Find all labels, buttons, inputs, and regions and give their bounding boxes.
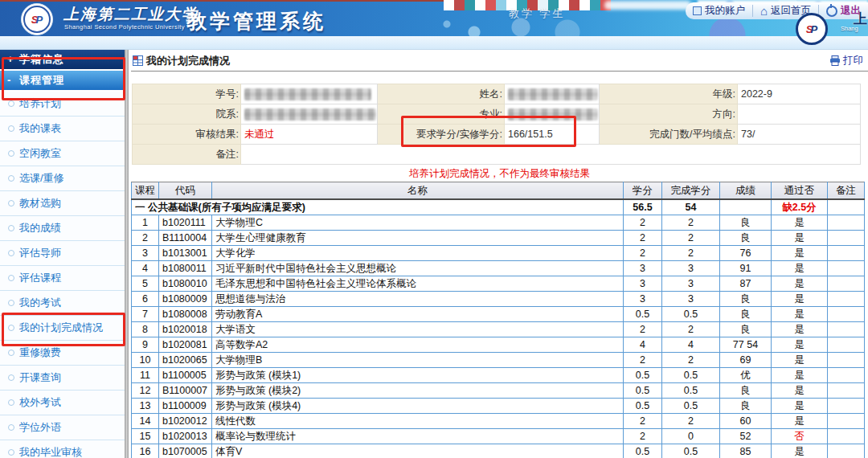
course-code: b1013001 [159, 246, 212, 261]
role-switcher[interactable]: 教学 学生 [509, 6, 566, 21]
course-no: 11 [132, 368, 159, 383]
course-table-header-row: 课程代码名称学分完成学分成绩通过否备注 [132, 182, 865, 200]
course-row: 9b1020081高等数学A24477 54是 [132, 337, 865, 353]
course-pass: 是 [772, 261, 828, 276]
info-label: 专业: [378, 104, 505, 125]
course-done: 3 [662, 276, 720, 292]
university-name-en: Shanghai Second Polytechnic University [64, 23, 185, 31]
course-credit: 2 [624, 353, 662, 368]
group-cell: 54 [662, 199, 720, 215]
course-code: b1020018 [159, 322, 212, 337]
account-icon [693, 6, 702, 15]
redacted-value [508, 108, 598, 121]
course-row: 5b1080010毛泽东思想和中国特色社会主义理论体系概论3387是 [132, 276, 865, 292]
course-header-cell: 成绩 [720, 182, 772, 200]
sidebar-group-course-mgmt[interactable]: - 课程管理 [0, 71, 125, 90]
mosaic-square [454, 0, 465, 10]
page-title-icon [133, 55, 143, 66]
course-name: 形势与政策 (模块1) [212, 368, 624, 383]
sidebar-item[interactable]: 我的成绩 [0, 216, 125, 241]
course-done: 0 [662, 429, 720, 444]
print-button[interactable]: 打印 [829, 54, 863, 67]
course-done: 2 [662, 322, 720, 337]
page: SP 上海第二工业大学 Shanghai Second Polytechnic … [0, 0, 868, 458]
course-code: B1100007 [159, 383, 212, 399]
sidebar-item[interactable]: 我的毕业审核 [0, 440, 125, 458]
course-code: b1020012 [159, 414, 212, 429]
course-credit: 0.5 [624, 399, 662, 414]
course-note [828, 261, 865, 276]
sidebar-item[interactable]: 评估导师 [0, 241, 125, 266]
bullet-icon [8, 225, 14, 231]
course-pass: 是 [772, 399, 828, 414]
info-value: 未通过 [241, 125, 378, 145]
course-credit: 2 [624, 322, 662, 337]
top-nav: 我的账户 ⌂ 返回首页 退出 [686, 2, 868, 19]
sidebar-group-label: 课程管理 [19, 74, 64, 86]
sidebar-item[interactable]: 评估课程 [0, 266, 125, 291]
course-pass: 是 [772, 246, 828, 261]
university-logo: SP [21, 3, 53, 35]
course-grade: 良 [720, 231, 772, 246]
course-row: 1b1020111大学物理C22良是 [132, 215, 865, 231]
course-credit: 4 [624, 337, 662, 353]
sidebar-item-label: 我的课表 [19, 121, 61, 136]
course-no: 1 [132, 215, 159, 231]
course-credit: 3 [624, 276, 662, 292]
mosaic-square [569, 0, 579, 10]
course-credit: 3 [624, 261, 662, 276]
sidebar-item[interactable]: 我的考试 [0, 291, 125, 316]
course-no: 12 [132, 383, 159, 399]
course-pass: 是 [772, 383, 828, 399]
sidebar-item[interactable]: 我的课表 [0, 117, 125, 141]
course-name: 大学物理B [212, 353, 624, 368]
course-row: 11b1100005形势与政策 (模块1)0.50.5优是 [132, 368, 865, 383]
course-done: 4 [662, 337, 720, 353]
sidebar-item[interactable]: 我的计划完成情况 [0, 316, 125, 341]
course-row: 7b1080008劳动教育A0.50.5良是 [132, 307, 865, 322]
bullet-icon [8, 200, 14, 207]
course-note [828, 383, 865, 399]
sidebar-item[interactable]: 选课/重修 [0, 166, 125, 191]
info-label: 备注: [133, 145, 241, 165]
course-no: 16 [132, 444, 159, 458]
sidebar-item[interactable]: 学位外语 [0, 415, 125, 440]
sidebar-item[interactable]: 重修缴费 [0, 341, 125, 366]
sidebar-item[interactable]: 空闲教室 [0, 141, 125, 166]
course-row: 10b1020065大学物理B2269是 [132, 353, 865, 368]
course-done: 0.5 [662, 307, 720, 322]
info-value [505, 104, 600, 125]
bullet-icon [8, 150, 14, 157]
sidebar-item[interactable]: 校外考试 [0, 391, 125, 415]
sidebar-item-label: 我的计划完成情况 [19, 321, 103, 335]
info-value [241, 145, 861, 165]
course-credit: 2 [624, 429, 662, 444]
course-code: b1020111 [159, 215, 212, 231]
info-label: 审核结果: [133, 125, 241, 145]
mosaic-square [590, 0, 600, 10]
course-name: 习近平新时代中国特色社会主义思想概论 [212, 261, 624, 276]
sidebar-item[interactable]: 培养计划 [0, 92, 125, 117]
course-header-cell: 通过否 [772, 182, 828, 200]
redacted-value [508, 88, 598, 100]
course-name: 大学物理C [212, 215, 624, 231]
course-name: 劳动教育A [212, 307, 624, 322]
minus-icon: - [7, 71, 11, 90]
course-no: 7 [132, 307, 159, 322]
course-no: 3 [132, 246, 159, 261]
course-row: 16b1070005体育V0.50.585是 [132, 444, 865, 458]
sidebar-item[interactable]: 开课查询 [0, 366, 125, 391]
nav-my-account[interactable]: 我的账户 [686, 5, 752, 17]
info-label: 院系: [133, 104, 241, 125]
course-pass: 是 [772, 292, 828, 307]
course-grade: 良 [720, 307, 772, 322]
course-done: 2 [662, 215, 720, 231]
course-name: 体育V [212, 444, 624, 458]
university-name: 上海第二工业大学 [63, 4, 199, 25]
course-name: 毛泽东思想和中国特色社会主义理论体系概论 [212, 276, 624, 292]
sidebar-item[interactable]: 教材选购 [0, 191, 125, 216]
sidebar-group-student-status[interactable]: + 学籍信息 [0, 50, 125, 69]
course-code: b1100009 [159, 399, 212, 414]
course-note [828, 337, 865, 353]
course-row: 13b1100009形势与政策 (模块4)0.50.5良是 [132, 399, 865, 414]
